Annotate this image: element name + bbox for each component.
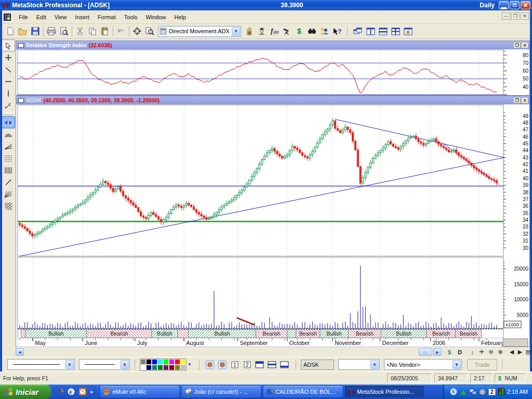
color-swatch[interactable] [157,359,163,365]
tray-counter-badge[interactable]: 2 [488,389,496,395]
window-options-button[interactable] [402,25,414,37]
taskbar-item-metastock[interactable]: MetaStock Professio... [345,386,424,397]
color-swatch[interactable] [175,365,180,370]
explorer-telescope-button[interactable] [281,25,293,37]
color-swatch[interactable] [163,359,169,365]
menu-tools[interactable]: Tools [120,12,142,22]
period-orb-1-button[interactable] [204,359,216,370]
menu-format[interactable]: Format [94,12,120,22]
color-palette[interactable] [140,358,187,371]
print-button[interactable] [45,25,58,37]
pointer-tool[interactable] [2,39,15,51]
price-close-button[interactable]: ✕ [521,97,528,103]
menu-file[interactable]: File [15,12,32,22]
color-swatch[interactable] [140,365,146,370]
start-button[interactable]: Iniciar [0,384,51,399]
vendor-dropdown[interactable]: <No Vendor> ▼ [384,359,462,370]
color-swatch[interactable] [180,359,186,365]
split-window-2-button[interactable] [266,359,278,370]
period-orb-2-button[interactable] [216,359,229,370]
color-swatch[interactable] [169,365,175,370]
mdi-minimize-button[interactable]: — [502,12,510,20]
cut-button[interactable] [74,25,86,37]
color-swatch[interactable] [140,359,146,365]
fan-lines-tool[interactable] [2,140,15,152]
scrollbar-right-arrow[interactable]: ► [433,348,442,356]
price-maximize-button[interactable]: ❐ [513,97,521,103]
dollar-button[interactable]: $ [293,25,305,37]
trade-button[interactable]: Trade [467,359,497,370]
mdi-close-button[interactable]: ✕ [521,12,529,20]
zoom-page-button[interactable] [143,25,156,37]
fibonacci-arcs-tool[interactable] [2,128,15,140]
color-swatch[interactable] [169,359,175,365]
open-button[interactable] [17,25,29,37]
horizontal-line-tool[interactable] [2,75,15,87]
menu-edit[interactable]: Edit [32,12,50,22]
internet-explorer-icon[interactable]: e [67,388,75,396]
rsi-title-bar[interactable]: Relative Strength Index (32.6038) ❐ ✕ [16,41,529,49]
function-fx-button[interactable]: ƒ(x) [268,25,281,37]
menu-window[interactable]: Window [141,12,170,22]
rsi-chart[interactable]: 8070605040 [16,49,529,96]
zoom-out-icon[interactable]: ⊖ [486,348,496,356]
taskbar-item-emule[interactable]: eMule v0.46c [100,386,179,397]
zoom-in-icon[interactable]: ⊕ [496,348,505,356]
color-swatch[interactable] [157,365,163,370]
fibonacci-retracement-tool[interactable] [2,152,15,164]
period-dropdown[interactable]: ▼ [338,359,380,370]
menu-help[interactable]: Help [170,12,191,22]
print-preview-button[interactable] [58,25,70,37]
color-swatch[interactable] [146,365,152,370]
tray-speed-meter-icon[interactable] [498,388,504,395]
trendline-up-tool[interactable] [2,176,15,188]
new-chart-button[interactable] [4,25,17,37]
color-swatch[interactable] [146,359,152,365]
move-tool-icon[interactable]: ✛ [477,348,486,356]
layout-page-2-button[interactable]: 2 [241,359,254,370]
scrollbar-thumb[interactable]: ||| [419,348,432,356]
taskbar-item-caldeirao[interactable]: CALDEIRÃO DE BOL... [263,386,342,397]
vertical-line-tool[interactable] [2,87,15,99]
crosshair-pointer-button[interactable] [131,25,143,37]
currency-scale-button[interactable]: $ [445,348,454,356]
chevron-down-icon[interactable]: ▼ [232,27,240,36]
split-window-1-button[interactable] [254,359,266,370]
copy-button[interactable] [86,25,99,37]
price-collapse-box[interactable] [18,98,24,103]
tray-network-icon[interactable] [469,389,476,395]
rsi-collapse-box[interactable] [18,43,24,48]
line-weight-dropdown[interactable]: ▼ [79,359,130,370]
expert-advisor-button[interactable] [256,25,268,37]
line-style-dropdown[interactable]: ▼ [7,359,75,370]
price-title-bar[interactable]: ADSK (40.2500, 40.3500, 39.1300, 39.3900… [16,96,529,104]
security-lock-button[interactable] [243,25,256,37]
chevron-down-icon[interactable]: ▼ [121,360,129,369]
undo-button[interactable] [115,25,127,37]
time-zones-tool[interactable] [2,164,15,176]
color-swatch[interactable] [163,365,169,370]
menu-view[interactable]: View [50,12,71,22]
gann-fan-tool[interactable] [2,188,15,200]
chevron-down-icon[interactable]: ▼ [453,360,461,369]
tray-volume-icon[interactable] [479,389,486,395]
periodicity-daily-button[interactable]: D [455,348,464,356]
palette-more-icon[interactable]: ▼ [188,362,192,367]
fit-vertical-icon[interactable]: ↕ [468,348,477,356]
taskbar-item-messenger[interactable]: João (c/ canudo!) - ... [182,386,261,397]
people-button[interactable] [318,25,330,37]
scroll-arrows-tool[interactable] [2,116,15,128]
chart-document-icon[interactable] [3,13,11,21]
firefox-icon[interactable] [56,388,64,396]
tile-horizontal-button[interactable] [377,25,389,37]
trendline-down-tool[interactable] [2,63,15,75]
quick-launch-overflow[interactable]: » [90,389,93,395]
grid-pattern-tool[interactable] [2,200,15,212]
price-volume-chart[interactable]: 3031323334353637383940414243444546474849… [16,104,529,347]
cascade-windows-button[interactable] [352,25,364,37]
semilog-line-tool[interactable]: sL [2,99,15,111]
tray-collapse-chevron-icon[interactable] [450,388,457,395]
paste-button[interactable] [99,25,111,37]
symbol-field[interactable]: ADSK [301,360,334,370]
minimize-button[interactable]: ▬ [499,1,509,9]
